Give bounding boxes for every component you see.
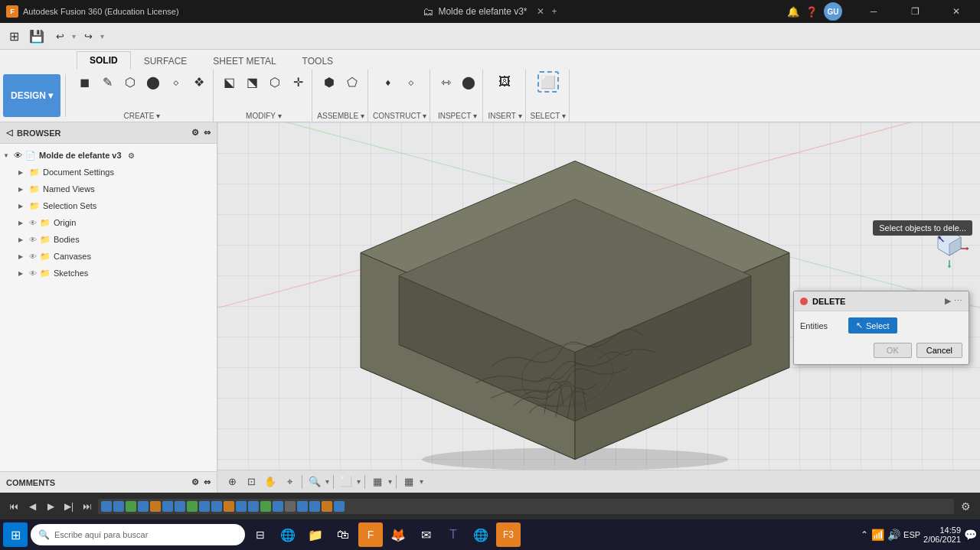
timeline-item[interactable]: [175, 501, 185, 512]
midplane-icon[interactable]: ⬦: [400, 71, 422, 93]
root-settings-icon[interactable]: ⚙: [128, 151, 135, 160]
push-pull-icon[interactable]: ⬕: [218, 71, 240, 93]
eye-icon[interactable]: 👁: [29, 219, 37, 227]
timeline-item[interactable]: [101, 501, 112, 512]
timeline-item[interactable]: [224, 501, 234, 512]
start-button[interactable]: ⊞: [3, 522, 28, 547]
system-tray-icon[interactable]: ⌃: [861, 529, 868, 540]
taskbar-clock[interactable]: 14:59 2/06/2021: [923, 526, 961, 544]
task-view-button[interactable]: ⊟: [248, 522, 273, 547]
inspect-label[interactable]: INSPECT ▾: [438, 112, 477, 120]
pan-icon[interactable]: ⊡: [243, 474, 260, 490]
edge-icon[interactable]: 🌐: [276, 522, 300, 547]
minimize-button[interactable]: ─: [856, 0, 891, 23]
shell-icon[interactable]: ⬡: [264, 71, 286, 93]
timeline-item[interactable]: [285, 501, 296, 512]
mail-icon[interactable]: ✉: [413, 522, 438, 547]
orbit-icon[interactable]: ⊕: [224, 474, 240, 490]
fillet-icon[interactable]: ⬔: [241, 71, 263, 93]
maximize-button[interactable]: ❐: [897, 0, 933, 23]
undo-icon[interactable]: ↩: [49, 25, 70, 47]
browser-settings-icon[interactable]: ⚙: [191, 128, 199, 138]
timeline-start-button[interactable]: ⏮: [6, 499, 21, 514]
timeline-item[interactable]: [150, 501, 161, 512]
sketch-icon[interactable]: ✎: [96, 71, 118, 93]
tree-item-named-views[interactable]: ▶ 📁 Named Views: [0, 181, 217, 197]
timeline-item[interactable]: [138, 501, 149, 512]
timeline-item[interactable]: [187, 501, 198, 512]
timeline-item[interactable]: [309, 501, 320, 512]
timeline-item[interactable]: [260, 501, 271, 512]
notification-icon[interactable]: 💬: [964, 529, 977, 541]
selection-box-icon[interactable]: ⬜: [537, 71, 559, 93]
create-label[interactable]: CREATE ▾: [124, 112, 161, 120]
tree-item-origin[interactable]: ▶ 👁 📁 Origin: [0, 214, 217, 231]
grid-icon[interactable]: ▦: [369, 474, 386, 490]
timeline-next-frame-button[interactable]: ▶|: [61, 499, 77, 514]
eye-icon[interactable]: 👁: [29, 269, 37, 278]
timeline-item[interactable]: [322, 501, 332, 512]
fusion-icon[interactable]: F: [358, 522, 383, 547]
grid-dropdown[interactable]: ▾: [388, 477, 392, 486]
undo-dropdown[interactable]: ▾: [72, 32, 76, 41]
timeline-item[interactable]: [273, 501, 283, 512]
timeline-end-button[interactable]: ⏭: [80, 499, 95, 514]
root-eye-icon[interactable]: 👁: [14, 151, 22, 160]
more-create-icon[interactable]: ⬦: [165, 71, 187, 93]
insert-mesh-icon[interactable]: 🖼: [494, 71, 515, 93]
offset-plane-icon[interactable]: ⬧: [377, 71, 399, 93]
tab-surface[interactable]: SURFACE: [131, 52, 201, 70]
3d-viewport[interactable]: Select objects to dele... ⊕ ⊡ ✋ ⌖ 🔍 ▾ ⬜ …: [217, 122, 980, 493]
new-tab-button[interactable]: +: [552, 6, 557, 17]
snap-icon[interactable]: ▦: [400, 474, 417, 490]
timeline-item[interactable]: [162, 501, 173, 512]
tree-item-bodies[interactable]: ▶ 👁 📁 Bodies: [0, 231, 217, 248]
redo-dropdown[interactable]: ▾: [100, 32, 104, 41]
chrome-icon[interactable]: 🌐: [469, 522, 493, 547]
folder-icon[interactable]: 📁: [303, 522, 328, 547]
tab-solid[interactable]: SOLID: [77, 51, 131, 70]
timeline-track[interactable]: [98, 499, 954, 514]
tree-item-selection-sets[interactable]: ▶ 📁 Selection Sets: [0, 197, 217, 214]
timeline-play-button[interactable]: ▶: [43, 499, 58, 514]
window-controls[interactable]: 🔔 ❓ GU ─ ❐ ✕: [787, 0, 974, 23]
browser-resize-icon[interactable]: ⇔: [204, 128, 211, 138]
timeline-item[interactable]: [248, 501, 259, 512]
construct-label[interactable]: CONSTRUCT ▾: [373, 112, 426, 120]
comments-settings-icon[interactable]: ⚙: [191, 477, 199, 487]
timeline-item[interactable]: [113, 501, 124, 512]
taskbar-search[interactable]: 🔍 Escribe aquí para buscar: [31, 524, 245, 545]
grid-icon[interactable]: ⊞: [3, 25, 24, 47]
display-mode-icon[interactable]: ⬜: [338, 474, 354, 490]
timeline-item[interactable]: [211, 501, 222, 512]
language-label[interactable]: ESP: [903, 530, 920, 539]
select-label[interactable]: SELECT ▾: [531, 112, 567, 120]
tree-root-item[interactable]: ▼ 👁 📄 Molde de elefante v3 ⚙: [0, 147, 217, 164]
panel-expand-icon[interactable]: ▶: [945, 296, 951, 306]
timeline-settings-button[interactable]: ⚙: [957, 498, 974, 515]
measure-icon[interactable]: ⇿: [435, 71, 456, 93]
joint-icon[interactable]: ⬠: [341, 71, 363, 93]
select-button[interactable]: ↖ Select: [848, 317, 897, 334]
snap-dropdown[interactable]: ▾: [420, 477, 423, 486]
collapse-icon[interactable]: ◁: [6, 128, 12, 138]
eye-icon[interactable]: 👁: [29, 236, 37, 244]
design-button[interactable]: DESIGN ▾: [3, 74, 60, 117]
tree-item-canvases[interactable]: ▶ 👁 📁 Canvases: [0, 248, 217, 265]
tree-item-sketches[interactable]: ▶ 👁 📁 Sketches: [0, 265, 217, 282]
tree-item-doc-settings[interactable]: ▶ 📁 Document Settings: [0, 164, 217, 181]
ok-button[interactable]: OK: [874, 343, 912, 358]
insert-label[interactable]: INSERT ▾: [488, 112, 521, 120]
extrude-icon[interactable]: ⬡: [119, 71, 141, 93]
timeline-prev-button[interactable]: ◀: [24, 499, 40, 514]
scale-icon[interactable]: ✛: [287, 71, 309, 93]
network-icon[interactable]: 📶: [871, 529, 884, 541]
eye-icon[interactable]: 👁: [29, 252, 37, 261]
zoom-fit-icon[interactable]: ⌖: [281, 474, 298, 490]
comments-resize-icon[interactable]: ⇔: [204, 477, 211, 487]
timeline-item[interactable]: [236, 501, 247, 512]
teams-icon[interactable]: T: [441, 522, 466, 547]
cancel-button[interactable]: Cancel: [916, 343, 962, 358]
pan2-icon[interactable]: ✋: [262, 474, 279, 490]
assemble-label[interactable]: ASSEMBLE ▾: [317, 112, 364, 120]
